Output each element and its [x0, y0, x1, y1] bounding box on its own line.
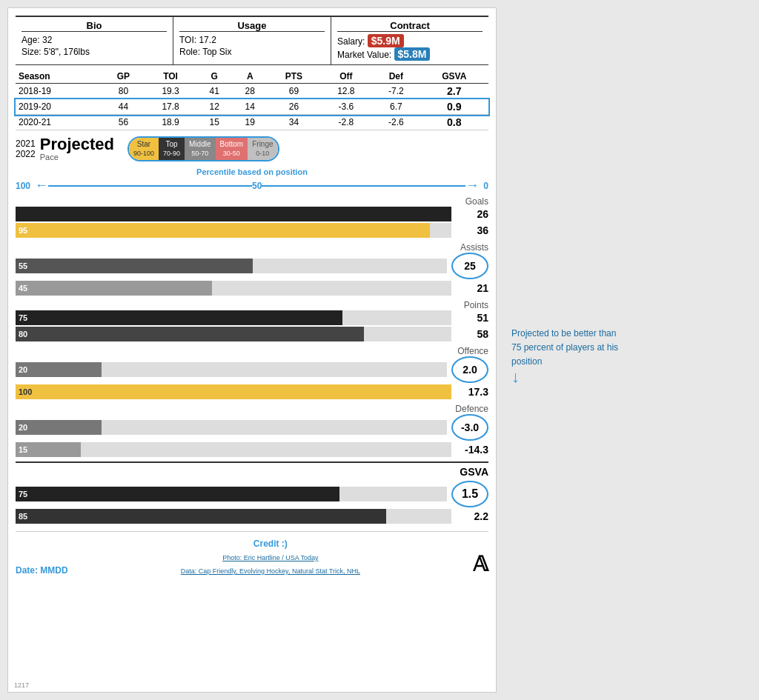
assists-label: Assists	[16, 242, 488, 253]
defence-pace-label: 15	[19, 445, 27, 454]
col-gsva: GSVA	[420, 70, 488, 84]
credit-label: Credit :)	[253, 539, 288, 549]
bio-section: Bio Age: 32 Size: 5'8", 176lbs	[16, 17, 173, 64]
assists-proj-bar: 55 25	[16, 253, 488, 279]
legend-container: Star90-100 Top70-90 Middle50-70 Bottom30…	[127, 136, 279, 161]
stats-table: Season GP TOI G A PTS Off Def GSVA 2018-…	[16, 70, 488, 130]
assists-pace-label: 45	[19, 284, 27, 293]
offence-proj-bar: 20 2.0	[16, 356, 488, 383]
percentile-0: 0	[483, 181, 488, 191]
points-pace-value: 58	[451, 328, 488, 340]
points-proj-label: 75	[19, 313, 27, 322]
col-def: Def	[372, 70, 420, 84]
offence-proj-value: 2.0	[451, 356, 488, 383]
gsva-section: GSVA 75 1.5 85 2.2	[16, 461, 488, 524]
percentile-header: Percentile based on position 100 ← 50 → …	[16, 167, 488, 193]
assists-pace-value: 21	[451, 282, 488, 294]
goals-proj-value: 26	[451, 208, 488, 220]
col-toi: TOI	[145, 70, 196, 84]
points-proj-fill	[16, 310, 342, 325]
footer-id: 1217	[14, 681, 29, 689]
pace-label: Pace	[40, 153, 122, 161]
offence-pace-value: 17.3	[451, 386, 488, 398]
legend-fringe: Fringe0-10	[248, 138, 277, 160]
salary-row: Salary: $5.9M	[337, 35, 483, 47]
defence-proj-bar: 20 -3.0	[16, 414, 488, 441]
assists-pace-fill	[16, 281, 212, 296]
goals-proj-fill	[16, 207, 451, 221]
points-proj-bar: 75 51	[16, 310, 488, 325]
offence-pace-label: 100	[19, 387, 32, 396]
percentile75-arrow-icon: ↓	[511, 367, 520, 386]
assists-pace-bar: 45 21	[16, 281, 488, 296]
toi-info: TOI: 17.2	[179, 35, 325, 45]
gsva-proj-bar: 75 1.5	[16, 481, 488, 507]
percentile-arrow-container: 100 ← 50 → 0	[16, 178, 488, 193]
percentile-50: 50	[252, 181, 262, 191]
market-row: Market Value: $5.8M	[337, 48, 483, 60]
points-proj-value: 51	[451, 312, 488, 324]
col-a: A	[232, 70, 268, 84]
annotations-panel: ◄ How much the player is paid this seaso…	[504, 0, 756, 700]
contract-section: Contract Salary: $5.9M Market Value: $5.…	[331, 17, 488, 64]
goals-pace-value: 36	[451, 224, 488, 236]
role-info: Role: Top Six	[179, 47, 325, 57]
gsva-pace-label: 85	[19, 512, 27, 521]
contract-header: Contract	[337, 20, 483, 32]
offence-label: Offence	[16, 346, 488, 356]
assists-proj-label: 55	[19, 261, 27, 270]
assists-section: Assists 55 25 45 21	[16, 242, 488, 296]
age-info: Age: 32	[21, 35, 167, 45]
footer-logo: 𝔸	[473, 553, 488, 576]
gsva-pace-value: 2.2	[451, 510, 488, 522]
table-row: 2018-19 80 19.3 41 28 69 12.8 -7.2 2.7	[16, 84, 488, 99]
goals-pace-bar: 95 36	[16, 223, 488, 238]
season-2018: 2018-19	[16, 84, 102, 99]
percentile-title: Percentile based on position	[16, 167, 488, 176]
date-label: Date: MMDD	[16, 565, 68, 576]
offence-proj-fill	[16, 362, 102, 377]
main-card: Bio Age: 32 Size: 5'8", 176lbs Usage TOI…	[7, 7, 497, 693]
col-off: Off	[320, 70, 372, 84]
size-info: Size: 5'8", 176lbs	[21, 47, 167, 57]
legend-middle: Middle50-70	[185, 138, 215, 160]
projected-label: Projected	[40, 136, 114, 153]
year-label: 20212022	[16, 139, 36, 160]
col-season: Season	[16, 70, 102, 84]
photo-credit: Photo: Eric Hartline / USA Today	[222, 554, 318, 561]
usage-header: Usage	[179, 20, 325, 32]
market-label: Market Value:	[337, 50, 391, 60]
percentile75-annotation: Projected to be better than 75 percent o…	[511, 326, 623, 387]
defence-proj-label: 20	[19, 423, 27, 432]
defence-pace-bar: 15 -14.3	[16, 442, 488, 457]
goals-pace-fill	[16, 223, 430, 238]
offence-pace-fill	[16, 384, 451, 399]
table-row: 2019-20 44 17.8 12 14 26 -3.6 6.7 0.9	[16, 99, 488, 115]
legend-top: Top70-90	[159, 138, 185, 160]
points-pace-label: 80	[19, 330, 27, 339]
salary-value: $5.9M	[368, 34, 404, 47]
gsva-title: GSVA	[16, 466, 488, 478]
offence-proj-label: 20	[19, 365, 27, 374]
gsva-proj-fill	[16, 487, 339, 501]
defence-label: Defence	[16, 404, 488, 414]
arrow-line	[48, 185, 252, 187]
gsva-proj-label: 75	[19, 490, 27, 499]
points-pace-bar: 80 58	[16, 327, 488, 341]
season-2020: 2020-21	[16, 115, 102, 130]
market-value: $5.8M	[394, 47, 431, 61]
salary-label: Salary:	[337, 36, 365, 47]
defence-pace-value: -14.3	[451, 444, 488, 456]
goals-projected-bar: 26	[16, 207, 488, 221]
top-section: Bio Age: 32 Size: 5'8", 176lbs Usage TOI…	[16, 16, 488, 65]
bio-header: Bio	[21, 20, 167, 32]
footer: Date: MMDD Credit :) Photo: Eric Hartlin…	[16, 531, 488, 576]
legend-bottom: Bottom30-50	[216, 138, 248, 160]
col-pts: PTS	[268, 70, 319, 84]
goals-pace-label: 95	[19, 226, 27, 235]
offence-pace-bar: 100 17.3	[16, 384, 488, 399]
offence-section: Offence 20 2.0 100 17.3	[16, 346, 488, 399]
points-pace-fill	[16, 327, 364, 341]
gsva-proj-value: 1.5	[451, 481, 488, 507]
assists-proj-value: 25	[451, 253, 488, 279]
